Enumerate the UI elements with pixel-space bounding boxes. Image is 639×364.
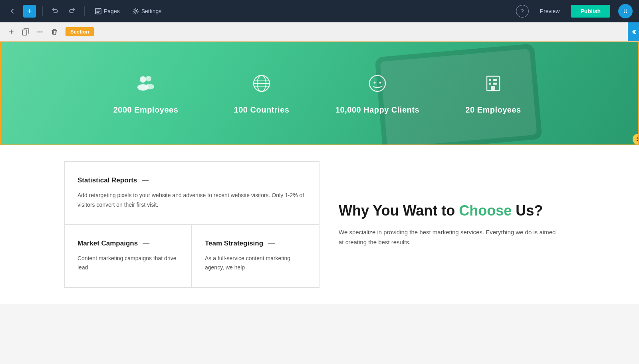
- svg-point-9: [145, 84, 154, 89]
- why-title-part1: Why You Want to: [339, 202, 459, 219]
- card-title-market: Market Campaigns —: [77, 239, 179, 247]
- stat-countries-label: 100 Countries: [234, 105, 290, 115]
- svg-point-16: [374, 82, 376, 84]
- why-title: Why You Want to Choose Us?: [339, 202, 556, 219]
- undo-button[interactable]: [49, 4, 61, 18]
- svg-rect-25: [491, 86, 495, 91]
- why-body-text: We specialize in providing the best mark…: [339, 227, 556, 247]
- svg-point-3: [38, 31, 39, 32]
- stat-employees-label: 2000 Employees: [113, 105, 179, 115]
- stat-employees: 2000 Employees: [88, 68, 204, 119]
- section-toolbar: Section: [0, 22, 639, 42]
- card-market-body: Content marketing campaigns that drive l…: [77, 254, 179, 273]
- svg-point-7: [146, 76, 151, 81]
- navbar: + Pages Settings ? Preview Publish U: [0, 0, 639, 22]
- offices-icon: [482, 72, 504, 99]
- svg-point-5: [42, 31, 43, 32]
- stat-offices-label: 20 Employees: [465, 105, 521, 115]
- help-button[interactable]: ?: [516, 5, 529, 18]
- settings-button[interactable]: Settings: [129, 6, 166, 17]
- duplicate-section-button[interactable]: [19, 26, 32, 38]
- why-choose-us-section: Why You Want to Choose Us? We specialize…: [320, 161, 575, 288]
- svg-rect-2: [22, 30, 27, 35]
- svg-rect-23: [493, 83, 495, 85]
- svg-rect-20: [493, 79, 495, 81]
- card-title-market-text: Market Campaigns: [77, 239, 138, 247]
- section-label-badge: Section: [65, 27, 94, 36]
- nav-divider: [42, 6, 43, 16]
- collapse-panel-button[interactable]: [628, 22, 639, 41]
- nav-divider-2: [84, 6, 85, 16]
- card-title-team: Team Strategising —: [205, 239, 306, 247]
- card-body-text: Add retargeting pixels to your website a…: [77, 191, 306, 210]
- svg-rect-19: [489, 79, 491, 81]
- svg-point-17: [379, 82, 381, 84]
- card-title-team-dash: —: [268, 239, 275, 247]
- redo-button[interactable]: [66, 4, 78, 18]
- svg-point-4: [40, 31, 41, 32]
- section-options-button[interactable]: [34, 26, 46, 38]
- card-title-market-dash: —: [143, 239, 149, 247]
- svg-point-1: [135, 10, 137, 12]
- pages-button[interactable]: Pages: [91, 6, 124, 17]
- delete-section-button[interactable]: [48, 26, 61, 38]
- countries-icon: [250, 72, 273, 99]
- stat-offices: 20 Employees: [435, 68, 551, 119]
- card-team-strategising: Team Strategising — As a full-service co…: [192, 225, 319, 288]
- why-title-highlight: Choose: [459, 202, 512, 219]
- card-statistical-reports: Statistical Reports — Add retargeting pi…: [64, 162, 319, 225]
- svg-point-6: [140, 76, 146, 83]
- card-market-campaigns: Market Campaigns — Content marketing cam…: [64, 225, 192, 288]
- card-title-text: Statistical Reports: [77, 176, 137, 184]
- svg-rect-21: [495, 79, 497, 81]
- stat-countries: 100 Countries: [204, 68, 320, 119]
- cards-grid: Statistical Reports — Add retargeting pi…: [64, 161, 320, 288]
- svg-rect-24: [495, 83, 497, 85]
- svg-point-15: [369, 75, 385, 91]
- stat-clients-label: 10,000 Happy Clients: [335, 105, 419, 115]
- preview-button[interactable]: Preview: [534, 5, 566, 18]
- employees-icon: [135, 72, 157, 99]
- avatar[interactable]: U: [618, 4, 633, 18]
- stats-grid: 2000 Employees 100 Countries: [80, 52, 559, 135]
- svg-rect-22: [489, 83, 491, 85]
- card-team-body: As a full-service content marketing agen…: [205, 254, 306, 273]
- stats-section: 2000 Employees 100 Countries: [0, 42, 639, 145]
- card-title-dash: —: [142, 176, 149, 184]
- card-title-team-text: Team Strategising: [205, 239, 263, 247]
- publish-button[interactable]: Publish: [571, 5, 610, 18]
- clients-icon: [366, 72, 389, 99]
- back-button[interactable]: [6, 5, 18, 17]
- card-title: Statistical Reports —: [77, 176, 306, 184]
- content-section: Statistical Reports — Add retargeting pi…: [0, 145, 639, 304]
- add-section-button[interactable]: [5, 26, 18, 38]
- add-element-button[interactable]: +: [23, 5, 36, 18]
- stat-clients: 10,000 Happy Clients: [320, 68, 435, 119]
- why-title-part2: Us?: [512, 202, 543, 219]
